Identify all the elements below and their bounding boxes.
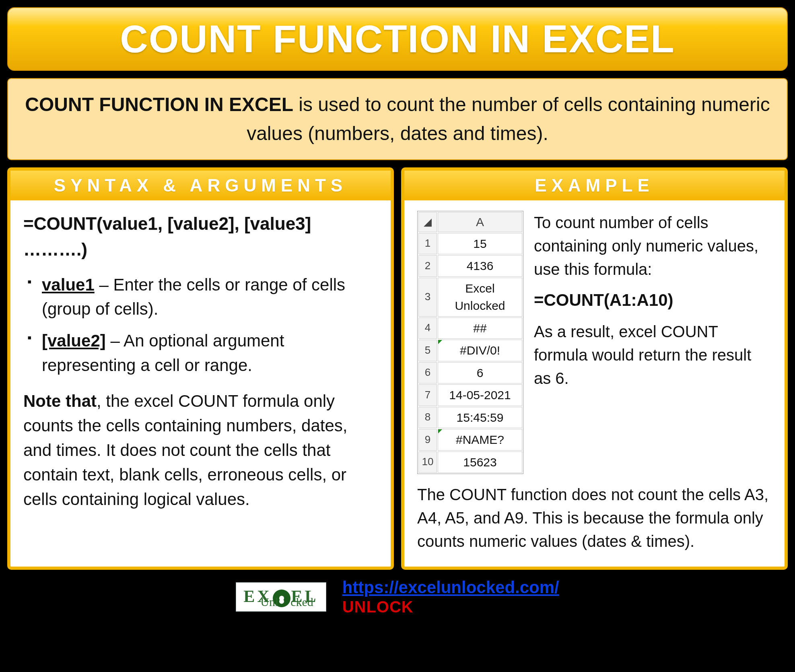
example-formula: =COUNT(A1:A10) xyxy=(534,288,772,313)
note-bold: Note that xyxy=(23,392,97,410)
row-head: 9 xyxy=(418,429,437,451)
example-footnote: The COUNT function does not count the ce… xyxy=(417,483,772,553)
arg-name: value1 xyxy=(42,275,95,294)
sheet-cell: 14-05-2021 xyxy=(438,384,522,406)
example-top-row: ◢A 115 24136 3Excel Unlocked 4## 5#DIV/0… xyxy=(417,211,772,474)
row-head: 6 xyxy=(418,362,437,384)
sheet-corner: ◢ xyxy=(418,212,437,232)
sheet-cell: 6 xyxy=(438,362,522,384)
sheet-cell: 4136 xyxy=(438,255,522,277)
mini-spreadsheet: ◢A 115 24136 3Excel Unlocked 4## 5#DIV/0… xyxy=(417,211,523,474)
example-header: EXAMPLE xyxy=(404,171,785,200)
syntax-panel: SYNTAX & ARGUMENTS =COUNT(value1, [value… xyxy=(7,167,394,570)
example-body: ◢A 115 24136 3Excel Unlocked 4## 5#DIV/0… xyxy=(404,200,785,567)
argument-list: value1 – Enter the cells or range of cel… xyxy=(23,273,378,378)
row-head: 4 xyxy=(418,317,437,339)
sheet-col-header: A xyxy=(438,212,522,232)
row-head: 10 xyxy=(418,451,437,473)
row-head: 1 xyxy=(418,233,437,255)
sheet-cell: 15:45:59 xyxy=(438,407,522,429)
sheet-cell-error: #DIV/0! xyxy=(438,340,522,361)
example-panel: EXAMPLE ◢A 115 24136 3Excel Unlocked 4##… xyxy=(401,167,788,570)
intro-bold: COUNT FUNCTION IN EXCEL xyxy=(25,94,293,115)
row-head: 2 xyxy=(418,255,437,277)
page-title: COUNT FUNCTION IN EXCEL xyxy=(12,17,783,61)
arg-name: [value2] xyxy=(42,331,106,350)
sheet-cell-error: #NAME? xyxy=(438,429,522,451)
syntax-note: Note that, the excel COUNT formula only … xyxy=(23,389,378,511)
syntax-body: =COUNT(value1, [value2], [value3] ……….) … xyxy=(10,200,391,526)
sheet-cell: 15 xyxy=(438,233,522,255)
content-columns: SYNTAX & ARGUMENTS =COUNT(value1, [value… xyxy=(7,167,788,570)
footer-links: https://excelunlocked.com/ UNLOCK xyxy=(342,578,559,616)
logo-sub-text: Unl cked xyxy=(260,595,313,609)
argument-item: [value2] – An optional argument represen… xyxy=(23,329,378,378)
row-head: 7 xyxy=(418,384,437,406)
row-head: 8 xyxy=(418,407,437,429)
title-bar: COUNT FUNCTION IN EXCEL xyxy=(7,7,788,71)
footer-unlock-text: UNLOCK xyxy=(342,598,559,616)
example-text-block: To count number of cells containing only… xyxy=(534,211,772,474)
sheet-cell: Excel Unlocked xyxy=(438,278,522,317)
intro-box: COUNT FUNCTION IN EXCEL is used to count… xyxy=(7,78,788,160)
row-head: 3 xyxy=(418,278,437,317)
example-text-1: To count number of cells containing only… xyxy=(534,211,772,281)
sheet-cell: ## xyxy=(438,317,522,339)
intro-text: is used to count the number of cells con… xyxy=(247,94,770,144)
footer-url-link[interactable]: https://excelunlocked.com/ xyxy=(342,578,559,597)
sheet-cell: 15623 xyxy=(438,451,522,473)
example-text-2: As a result, excel COUNT formula would r… xyxy=(534,320,772,390)
row-head: 5 xyxy=(418,340,437,361)
syntax-formula: =COUNT(value1, [value2], [value3] ……….) xyxy=(23,211,378,262)
argument-item: value1 – Enter the cells or range of cel… xyxy=(23,273,378,322)
logo-box: EXEL Unl cked xyxy=(236,582,326,611)
syntax-header: SYNTAX & ARGUMENTS xyxy=(10,171,391,200)
footer: EXEL Unl cked https://excelunlocked.com/… xyxy=(7,578,788,616)
